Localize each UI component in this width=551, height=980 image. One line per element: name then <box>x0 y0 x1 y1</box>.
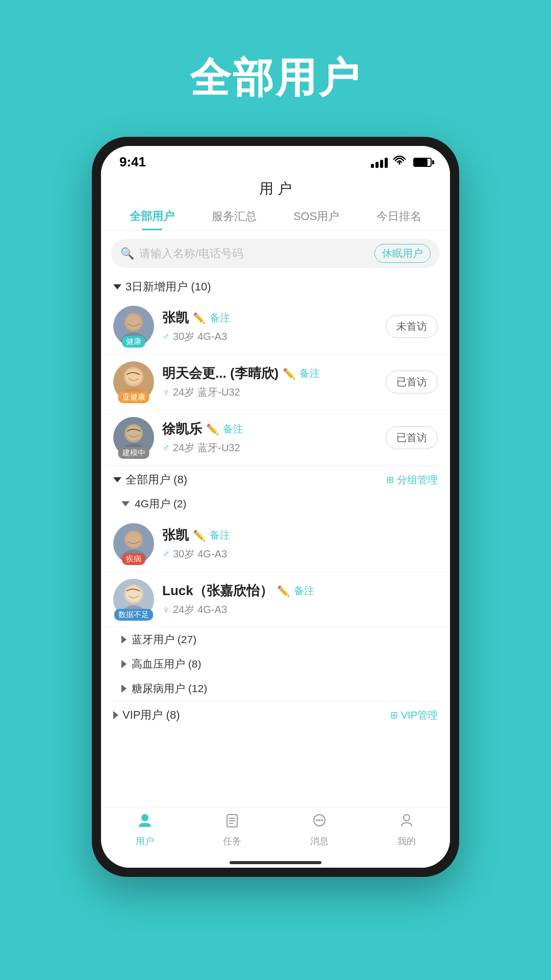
note-label-3[interactable]: 备注 <box>223 422 243 436</box>
all-user-item-2[interactable]: 数据不足 Luck（张嘉欣怡） ✏️ 备注 ♀ 24岁 4G-A3 <box>101 572 450 627</box>
first-visit-btn-1[interactable]: 未首访 <box>386 315 438 338</box>
user-name-1: 张凯 <box>162 309 189 327</box>
diabetes-users-subgroup[interactable]: 糖尿病用户 (12) <box>101 676 450 701</box>
collapse-all-users-icon[interactable] <box>113 477 121 482</box>
expand-hypertension-icon[interactable] <box>121 660 127 668</box>
user-info-3: 徐凯乐 ✏️ 备注 ♂ 24岁 蓝牙-U32 <box>162 420 386 455</box>
tab-all-users[interactable]: 全部用户 <box>124 202 180 230</box>
all-user-meta-2: ♀ 24岁 4G-A3 <box>162 603 438 617</box>
home-bar <box>230 861 321 864</box>
svg-point-7 <box>126 369 141 384</box>
new-user-item-1[interactable]: 健康 张凯 ✏️ 备注 ♂ 30岁 4G-A3 未首访 <box>101 299 450 354</box>
new-users-title: 3日新增用户 (10) <box>113 279 211 295</box>
note-label-1[interactable]: 备注 <box>210 311 230 325</box>
all-user-avatar-1: 疾病 <box>113 523 154 564</box>
all-edit-icon-1[interactable]: ✏️ <box>193 529 206 542</box>
first-visit-btn-2[interactable]: 已首访 <box>386 371 438 394</box>
vip-management-btn[interactable]: ⊞ VIP管理 <box>390 708 438 722</box>
all-users-section-header: 全部用户 (8) ⊞ 分组管理 <box>101 466 450 492</box>
status-bar: 9:41 <box>101 146 450 174</box>
edit-note-icon-3[interactable]: ✏️ <box>206 423 219 435</box>
group-icon: ⊞ <box>386 474 394 485</box>
first-visit-btn-3[interactable]: 已首访 <box>386 426 438 449</box>
search-icon: 🔍 <box>120 247 134 260</box>
group-management-btn[interactable]: ⊞ 分组管理 <box>386 473 438 487</box>
all-user-tag-1: 疾病 <box>122 553 145 565</box>
4g-users-subgroup-header[interactable]: 4G用户 (2) <box>101 492 450 516</box>
search-input-placeholder[interactable]: 请输入名称/电话号码 <box>139 246 374 261</box>
nav-mine-label: 我的 <box>397 835 416 847</box>
search-bar: 🔍 请输入名称/电话号码 休眠用户 <box>111 239 440 268</box>
new-user-item-2[interactable]: 亚健康 明天会更... (李晴欣) ✏️ 备注 ♀ 24岁 蓝牙-U32 已首访 <box>101 354 450 410</box>
svg-point-26 <box>316 819 318 821</box>
svg-point-29 <box>404 815 410 821</box>
collapse-new-users-icon[interactable] <box>113 284 121 289</box>
hypertension-users-subgroup[interactable]: 高血压用户 (8) <box>101 652 450 676</box>
gender-icon-3: ♂ <box>162 442 170 454</box>
status-time: 9:41 <box>119 154 146 170</box>
all-user-meta-1: ♂ 30岁 4G-A3 <box>162 547 438 561</box>
all-gender-icon-1: ♂ <box>162 548 170 560</box>
all-user-tag-2: 数据不足 <box>114 609 153 621</box>
svg-point-20 <box>141 814 148 821</box>
user-avatar-1: 健康 <box>113 306 154 347</box>
user-tag-1: 健康 <box>122 336 145 348</box>
tab-today-ranking[interactable]: 今日排名 <box>371 202 427 230</box>
nav-messages-label: 消息 <box>310 835 329 847</box>
all-user-name-1: 张凯 <box>162 526 189 544</box>
user-meta-1: ♂ 30岁 4G-A3 <box>162 330 386 344</box>
user-meta-3: ♂ 24岁 蓝牙-U32 <box>162 441 386 455</box>
home-indicator <box>101 857 450 868</box>
all-user-info-2: Luck（张嘉欣怡） ✏️ 备注 ♀ 24岁 4G-A3 <box>162 582 438 617</box>
user-tag-3: 建模中 <box>118 447 149 459</box>
nav-item-messages[interactable]: 消息 <box>276 813 363 847</box>
vip-section-header: VIP用户 (8) ⊞ VIP管理 <box>101 701 450 727</box>
user-tag-2: 亚健康 <box>118 391 149 403</box>
edit-note-icon-1[interactable]: ✏️ <box>193 312 206 324</box>
phone-frame: 9:41 <box>92 137 459 877</box>
nav-item-users[interactable]: 用户 <box>101 813 188 847</box>
sleep-users-button[interactable]: 休眠用户 <box>374 244 431 263</box>
new-users-section-header: 3日新增用户 (10) <box>101 273 450 299</box>
status-icons <box>371 156 432 169</box>
bluetooth-users-subgroup[interactable]: 蓝牙用户 (27) <box>101 627 450 652</box>
all-edit-icon-2[interactable]: ✏️ <box>277 585 290 597</box>
all-gender-icon-2: ♀ <box>162 604 170 616</box>
tab-sos-users[interactable]: SOS用户 <box>288 202 344 230</box>
svg-point-15 <box>127 532 141 547</box>
all-user-name-2: Luck（张嘉欣怡） <box>162 582 273 600</box>
expand-bluetooth-icon[interactable] <box>121 635 127 644</box>
svg-point-28 <box>321 819 323 821</box>
all-note-label-2[interactable]: 备注 <box>294 584 314 598</box>
tab-service-summary[interactable]: 服务汇总 <box>207 202 262 230</box>
signal-icon <box>371 157 388 168</box>
phone-screen: 9:41 <box>101 146 450 868</box>
gender-icon-2: ♀ <box>162 386 170 398</box>
nav-users-label: 用户 <box>136 835 154 847</box>
vip-title: VIP用户 (8) <box>113 707 180 723</box>
all-user-item-1[interactable]: 疾病 张凯 ✏️ 备注 ♂ 30岁 4G-A3 <box>101 516 450 572</box>
app-header-title: 用 户 <box>101 174 450 202</box>
all-user-avatar-2: 数据不足 <box>113 579 154 620</box>
new-user-item-3[interactable]: 建模中 徐凯乐 ✏️ 备注 ♂ 24岁 蓝牙-U32 已首访 <box>101 410 450 465</box>
gender-icon-1: ♂ <box>162 331 170 342</box>
nav-tasks-label: 任务 <box>223 835 241 847</box>
all-note-label-1[interactable]: 备注 <box>210 528 230 542</box>
user-info-1: 张凯 ✏️ 备注 ♂ 30岁 4G-A3 <box>162 309 386 344</box>
edit-note-icon-2[interactable]: ✏️ <box>283 368 295 380</box>
battery-icon <box>413 158 432 167</box>
nav-item-mine[interactable]: 我的 <box>363 813 450 847</box>
expand-vip-icon[interactable] <box>113 711 118 719</box>
nav-mine-icon <box>398 813 415 833</box>
note-label-2[interactable]: 备注 <box>299 366 320 380</box>
nav-item-tasks[interactable]: 任务 <box>188 813 276 847</box>
svg-point-11 <box>127 426 141 440</box>
content-scroll[interactable]: 3日新增用户 (10) 健康 <box>101 273 450 807</box>
nav-messages-icon <box>311 813 328 833</box>
collapse-4g-icon[interactable] <box>121 501 130 506</box>
wifi-icon <box>393 156 406 169</box>
page-background-title: 全部用户 <box>190 51 361 106</box>
expand-diabetes-icon[interactable] <box>121 684 127 693</box>
vip-icon: ⊞ <box>390 709 398 721</box>
tab-bar: 全部用户 服务汇总 SOS用户 今日排名 <box>101 202 450 231</box>
